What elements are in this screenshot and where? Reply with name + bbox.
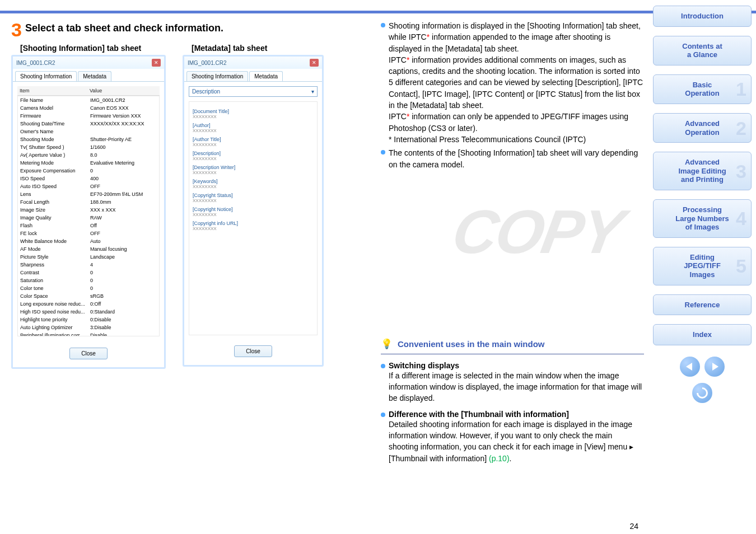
table-row: Sharpness4 xyxy=(18,261,159,269)
tab-shooting-info[interactable]: Shooting Information xyxy=(186,71,248,81)
meta-value: XXXXXXXX xyxy=(193,128,314,133)
meta-value: XXXXXXXX xyxy=(193,114,314,119)
row-key: High ISO speed noise redu... xyxy=(20,309,90,315)
table-row: FirmwareFirmware Version XXX xyxy=(18,112,159,120)
table-row: File NameIMG_0001.CR2 xyxy=(18,96,159,104)
col-value: Value xyxy=(90,88,102,93)
sidebar-item[interactable]: Introduction xyxy=(653,6,752,27)
metadata-window: IMG_0001.CR2✕ Shooting Information Metad… xyxy=(183,55,324,367)
meta-value: XXXXXXXX xyxy=(193,156,314,161)
table-row: High ISO speed noise redu...0:Standard xyxy=(18,308,159,316)
sub1-title: Switching displays xyxy=(389,361,644,370)
table-row: ISO Speed400 xyxy=(18,175,159,182)
row-value: XXX x XXX xyxy=(90,207,116,213)
row-value: 1/1600 xyxy=(90,144,106,150)
meta-value: XXXXXXXX xyxy=(193,226,314,231)
row-value: Firmware Version XXX xyxy=(90,113,141,119)
step-title: Select a tab sheet and check information… xyxy=(25,20,223,34)
chapter-number: 3 xyxy=(736,160,746,182)
sidebar-item[interactable]: BasicOperation1 xyxy=(653,74,752,104)
table-row: FE lockOFF xyxy=(18,229,159,237)
row-key: Auto Lighting Optimizer xyxy=(20,325,90,330)
close-icon[interactable]: ✕ xyxy=(310,59,319,67)
row-key: Image Size xyxy=(20,207,90,213)
table-row: Auto Lighting Optimizer3:Disable xyxy=(18,324,159,331)
meta-key: [Copyright Notice] xyxy=(193,207,314,212)
bullet-icon xyxy=(381,413,385,417)
row-key: Shooting Mode xyxy=(20,137,90,142)
win2-title: IMG_0001.CR2 xyxy=(188,60,226,66)
close-button[interactable]: Close xyxy=(234,345,272,357)
tab-metadata[interactable]: Metadata xyxy=(78,71,111,81)
sidebar-item[interactable]: AdvancedImage Editingand Printing3 xyxy=(653,152,752,190)
sidebar-item[interactable]: Contents ata Glance xyxy=(653,36,752,65)
row-value: Manual focusing xyxy=(90,246,127,252)
chapter-number: 1 xyxy=(736,78,746,101)
meta-value: XXXXXXXX xyxy=(193,170,314,175)
description-dropdown[interactable]: Description▾ xyxy=(189,86,318,97)
close-button[interactable]: Close xyxy=(69,348,108,359)
row-key: Focal Length xyxy=(20,199,90,205)
tab-metadata[interactable]: Metadata xyxy=(249,71,283,81)
meta-value: XXXXXXXX xyxy=(193,142,314,147)
row-value: 0 xyxy=(90,285,93,291)
row-value: 0 xyxy=(90,270,93,275)
row-value: Auto xyxy=(90,238,101,244)
row-key: Color Space xyxy=(20,293,90,299)
next-page-button[interactable] xyxy=(704,357,725,377)
sidebar-item[interactable]: AdvancedOperation2 xyxy=(653,113,752,143)
table-row: Shooting ModeShutter-Priority AE xyxy=(18,135,159,143)
meta-value: XXXXXXXX xyxy=(193,184,314,189)
table-row: Metering ModeEvaluative Metering xyxy=(18,159,159,167)
row-key: Av( Aperture Value ) xyxy=(20,152,90,158)
sub2-title: Difference with the [Thumbnail with info… xyxy=(389,410,644,419)
tip-heading: Convenient uses in the main window xyxy=(398,339,545,349)
col-item: Item xyxy=(20,88,90,93)
table-row: Image SizeXXX x XXX xyxy=(18,206,159,214)
table-row: Image QualityRAW xyxy=(18,214,159,222)
row-key: Sharpness xyxy=(20,262,90,268)
row-value: Off xyxy=(90,223,97,228)
row-key: Saturation xyxy=(20,278,90,283)
back-button[interactable] xyxy=(692,383,712,403)
meta-key: [Copyright info URL] xyxy=(193,221,314,226)
row-value: 0:Standard xyxy=(90,309,115,315)
row-value: 0:Off xyxy=(90,301,101,307)
row-value: EF70-200mm f/4L USM xyxy=(90,191,143,197)
sidebar-item[interactable]: Reference xyxy=(653,294,752,316)
table-row: Long exposure noise reduc...0:Off xyxy=(18,300,159,308)
meta-key: [Document Title] xyxy=(193,109,314,114)
table-row: Highlight tone priority0:Disable xyxy=(18,316,159,324)
close-icon[interactable]: ✕ xyxy=(152,59,161,67)
sub1-body: If a different image is selected in the … xyxy=(389,370,644,404)
row-key: Color tone xyxy=(20,285,90,291)
table-row: FlashOff xyxy=(18,222,159,229)
chevron-down-icon: ▾ xyxy=(311,88,314,95)
table-row: Picture StyleLandscape xyxy=(18,253,159,261)
row-value: 8.0 xyxy=(90,152,97,158)
row-value: IMG_0001.CR2 xyxy=(90,97,125,103)
row-key: Auto ISO Speed xyxy=(20,184,90,189)
table-row: Exposure Compensation0 xyxy=(18,167,159,175)
row-key: Shooting Date/Time xyxy=(20,121,90,127)
row-value: Shutter-Priority AE xyxy=(90,137,132,142)
meta-value: XXXXXXXX xyxy=(193,212,314,217)
row-value: RAW xyxy=(90,215,102,221)
sidebar-item[interactable]: EditingJPEG/TIFFImages5 xyxy=(653,247,752,285)
tab-shooting-info[interactable]: Shooting Information xyxy=(15,71,77,81)
row-value: Disable xyxy=(90,332,107,336)
row-value: 4 xyxy=(90,262,93,268)
prev-page-button[interactable] xyxy=(680,357,700,377)
row-value: Landscape xyxy=(90,254,115,260)
table-row: Color tone0 xyxy=(18,284,159,292)
row-key: Image Quality xyxy=(20,215,90,221)
page-link[interactable]: (p.10) xyxy=(489,454,510,463)
info-paragraph: The contents of the [Shooting Informatio… xyxy=(389,147,644,170)
meta-value: XXXXXXXX xyxy=(193,198,314,203)
sidebar-item[interactable]: Index xyxy=(653,324,752,345)
row-key: Contrast xyxy=(20,270,90,275)
chapter-number: 5 xyxy=(736,255,746,278)
row-key: File Name xyxy=(20,97,90,103)
page-number: 24 xyxy=(629,522,638,531)
sidebar-item[interactable]: ProcessingLarge Numbersof Images4 xyxy=(653,199,752,238)
